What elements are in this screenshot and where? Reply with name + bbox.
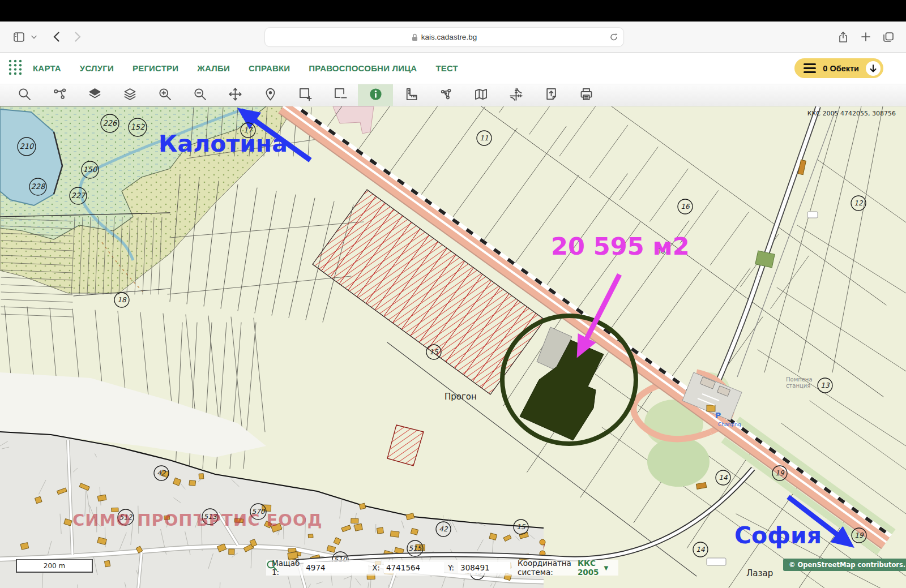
svg-text:210: 210: [20, 142, 35, 151]
browser-right-controls: [834, 27, 898, 46]
scale-bar: 200 m: [16, 559, 93, 573]
svg-text:14: 14: [696, 546, 705, 553]
tool-measure-button[interactable]: [393, 84, 428, 106]
svg-text:152: 152: [131, 123, 146, 131]
layers-dark-icon: [87, 87, 102, 104]
tool-window-zoom-in-button[interactable]: [288, 84, 323, 106]
screen: kais.cadastre.bg: [0, 0, 906, 588]
place-label: Charging: [718, 422, 741, 427]
tool-window-zoom-out-button[interactable]: [323, 84, 358, 106]
scale-input[interactable]: [304, 562, 368, 573]
menu-item-5[interactable]: СПРАВКИ: [249, 63, 290, 73]
tool-export-button[interactable]: [533, 84, 569, 106]
info-icon: [368, 87, 383, 104]
back-icon: [53, 32, 59, 42]
plus-icon: [861, 32, 870, 41]
svg-text:18: 18: [117, 296, 127, 304]
share-button[interactable]: [834, 27, 853, 46]
site-navbar: КАРТАУСЛУГИРЕГИСТРИЖАЛБИСПРАВКИПРАВОСПОС…: [0, 53, 906, 84]
tool-layers-button[interactable]: [112, 84, 147, 106]
menu-item-6[interactable]: ПРАВОСПОСОБНИ ЛИЦА: [309, 63, 417, 73]
branch-icon: [52, 87, 67, 104]
menu-item-4[interactable]: ЖАЛБИ: [197, 63, 230, 73]
crs-label: Координатна система:: [518, 559, 571, 577]
back-button[interactable]: [46, 27, 66, 46]
tab-overview-button[interactable]: [879, 27, 898, 46]
window-zoom-out-icon: [333, 87, 348, 104]
map-corner-coordinates: ККС 2005 4742055, 308756: [807, 110, 896, 117]
svg-text:16: 16: [681, 203, 690, 211]
forward-button[interactable]: [68, 27, 87, 46]
objects-button-label: 0 Обекти: [823, 64, 859, 73]
window-zoom-in-icon: [298, 87, 313, 104]
tool-print-button[interactable]: [569, 84, 604, 106]
crs-value-dropdown[interactable]: ККС 2005: [578, 559, 599, 577]
browser-toolbar: kais.cadastre.bg: [0, 22, 906, 53]
menu-item-2[interactable]: УСЛУГИ: [80, 63, 114, 73]
objects-expand-button[interactable]: [866, 61, 881, 76]
y-coordinate-input[interactable]: [458, 562, 510, 573]
osm-attribution-link[interactable]: © OpenStreetMap contributors.: [783, 559, 906, 571]
zoom-out-icon: [193, 87, 208, 104]
menu-item-1[interactable]: КАРТА: [33, 63, 61, 73]
zoom-in-icon: [157, 87, 173, 104]
place-label: станция: [786, 383, 810, 389]
svg-text:42: 42: [157, 469, 166, 477]
tabs-icon: [883, 32, 894, 42]
tool-search-button[interactable]: [7, 84, 42, 106]
overview-map-icon: [473, 87, 489, 104]
tab-group-dropdown-button[interactable]: [28, 27, 40, 46]
reload-button[interactable]: [610, 33, 618, 41]
new-tab-button[interactable]: [856, 27, 875, 46]
objects-button[interactable]: 0 Обекти: [794, 58, 883, 78]
arrow-down-icon: [870, 65, 877, 72]
x-coordinate-input[interactable]: [384, 562, 444, 573]
layers-icon: [122, 87, 138, 104]
svg-text:14: 14: [719, 474, 728, 482]
tool-branch-button[interactable]: [42, 84, 77, 106]
apps-grid-icon[interactable]: [8, 59, 23, 78]
sidebar-toggle-button[interactable]: [9, 27, 28, 46]
place-label: Лазар: [746, 568, 773, 578]
annotation-kalotina: Калотина: [159, 132, 288, 156]
print-icon: [579, 87, 594, 104]
share-icon: [839, 32, 848, 42]
pan-icon: [228, 87, 243, 104]
svg-text:226: 226: [103, 119, 118, 127]
lock-icon: [412, 33, 418, 41]
annotation-sofia: София: [734, 524, 822, 547]
tool-zoom-out-button[interactable]: [182, 84, 217, 106]
svg-text:228: 228: [31, 182, 46, 191]
place-label: Помпена: [786, 376, 813, 383]
tool-axes-button[interactable]: [498, 84, 533, 106]
tool-overview-map-button[interactable]: [463, 84, 498, 106]
svg-text:150: 150: [83, 165, 99, 174]
tool-select-shape-button[interactable]: [428, 84, 463, 106]
menu-item-7[interactable]: ТЕСТ: [435, 63, 458, 73]
export-icon: [544, 87, 559, 104]
tool-info-button[interactable]: [358, 84, 393, 106]
tool-zoom-in-button[interactable]: [147, 84, 182, 106]
chevron-down-icon: [31, 35, 37, 39]
url-bar[interactable]: kais.cadastre.bg: [264, 27, 624, 47]
place-label: P: [715, 411, 721, 420]
svg-text:12: 12: [854, 199, 864, 207]
svg-text:227: 227: [71, 191, 87, 200]
axes-icon: [508, 87, 524, 104]
menu-item-3[interactable]: РЕГИСТРИ: [133, 63, 178, 73]
svg-text:19: 19: [775, 469, 785, 477]
tool-pan-button[interactable]: [217, 84, 253, 106]
crs-dropdown-arrow-icon[interactable]: ▼: [604, 565, 608, 571]
svg-text:515: 515: [409, 544, 422, 552]
select-shape-icon: [438, 87, 454, 104]
svg-text:19: 19: [854, 531, 864, 539]
annotation-area: 20 595 м2: [551, 234, 690, 259]
svg-text:15: 15: [429, 348, 439, 356]
svg-text:42: 42: [439, 525, 448, 533]
url-text: kais.cadastre.bg: [421, 33, 477, 41]
place-label: Прогон: [445, 392, 477, 402]
tool-layers-dark-button[interactable]: [77, 84, 112, 106]
search-icon: [266, 560, 277, 571]
tool-marker-button[interactable]: [253, 84, 288, 106]
forward-icon: [75, 32, 81, 42]
